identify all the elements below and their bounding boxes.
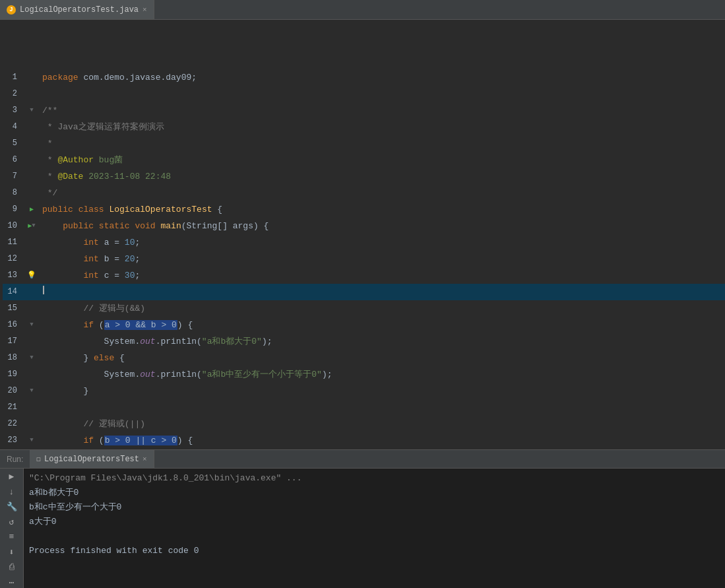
run-scroll-button[interactable]: ≡ <box>5 532 19 543</box>
tab-close-button[interactable]: × <box>142 6 147 14</box>
bulb-icon-13[interactable]: 💡 <box>27 267 36 284</box>
code-line: 23▼ if (b > 0 || c > 0) { <box>3 432 725 449</box>
run-tab-label: LogicalOperatorsTest <box>44 455 139 464</box>
output-line <box>29 529 720 544</box>
run-tab-bar: Run: ◻ LogicalOperatorsTest × <box>0 450 725 469</box>
code-line: 15 // 逻辑与(&&) <box>3 300 725 317</box>
code-line: 9▶public class LogicalOperatorsTest { <box>3 201 725 218</box>
code-line: 17 System.out.println("a和b都大于0"); <box>3 333 725 350</box>
output-line: "C:\Program Files\Java\jdk1.8.0_201\bin\… <box>29 471 720 486</box>
run-tab-close[interactable]: × <box>142 455 147 463</box>
code-line: 22 // 逻辑或(||) <box>3 416 725 432</box>
tab-title: LogicalOperatorsTest.java <box>20 5 139 15</box>
fold-icon-16: ▼ <box>30 317 33 333</box>
run-content: ▶ ↓ 🔧 ↺ ≡ ⬇ ⎙ ⋯ "C:\Program Files\Java\j… <box>0 469 725 588</box>
fold-icon-3: ▼ <box>30 102 33 119</box>
output-line: a和b都大于0 <box>29 486 720 500</box>
fold-icon-10: ▼ <box>32 218 35 234</box>
code-line: 7 * @Date 2023-11-08 22:48 <box>3 168 725 185</box>
code-line: 13💡 int c = 30; <box>3 267 725 284</box>
run-rerun-button[interactable]: ↺ <box>5 517 19 528</box>
code-line: 18▼ } else { <box>3 350 725 366</box>
code-line: 11 int a = 10; <box>3 234 725 251</box>
output-line: a大于0 <box>29 515 720 529</box>
run-output: "C:\Program Files\Java\jdk1.8.0_201\bin\… <box>24 469 725 588</box>
output-line: Process finished with exit code 0 <box>29 544 720 558</box>
code-line: 24 System.out.println("b和c中至少有一个大于0"); <box>3 449 725 449</box>
code-line: 8 */ <box>3 185 725 201</box>
run-stop-button[interactable]: ↓ <box>5 486 19 498</box>
run-down-button[interactable]: ⬇ <box>5 546 19 558</box>
code-line: 19 System.out.println("a和b中至少有一个小于等于0"); <box>3 366 725 383</box>
code-editor[interactable]: 1package com.demo.javase.day09;2 3▼/**4 … <box>0 20 725 449</box>
run-tab-icon: ◻ <box>36 455 41 463</box>
editor-tab[interactable]: J LogicalOperatorsTest.java × <box>0 0 154 19</box>
java-file-icon: J <box>7 5 16 15</box>
fold-icon-23: ▼ <box>30 432 33 449</box>
fold-icon-18: ▼ <box>30 350 33 366</box>
editor-area: 1package com.demo.javase.day09;2 3▼/**4 … <box>0 20 725 449</box>
run-play-button[interactable]: ▶ <box>5 471 19 482</box>
code-line: 3▼/** <box>3 102 725 119</box>
code-line: 1package com.demo.javase.day09; <box>3 69 725 86</box>
run-arrow-9[interactable]: ▶ <box>30 201 34 218</box>
code-line: 14 <box>3 284 725 300</box>
code-line: 5 * <box>3 135 725 152</box>
code-line: 6 * @Author bug菌 <box>3 152 725 168</box>
fold-icon-20: ▼ <box>30 383 33 399</box>
run-tab[interactable]: ◻ LogicalOperatorsTest × <box>30 450 154 468</box>
run-more-button[interactable]: ⋯ <box>5 577 19 588</box>
run-sidebar: ▶ ↓ 🔧 ↺ ≡ ⬇ ⎙ ⋯ <box>0 469 24 588</box>
code-line: 16▼ if (a > 0 && b > 0) { <box>3 317 725 333</box>
run-print-button[interactable]: ⎙ <box>5 562 19 573</box>
code-line: 12 int b = 20; <box>3 251 725 267</box>
code-line: 2 <box>3 86 725 102</box>
code-line: 21 <box>3 399 725 416</box>
code-line: 20▼ } <box>3 383 725 399</box>
code-line: 10▶▼ public static void main(String[] ar… <box>3 218 725 234</box>
output-line: b和c中至少有一个大于0 <box>29 500 720 515</box>
run-panel: Run: ◻ LogicalOperatorsTest × ▶ ↓ 🔧 ↺ ≡ … <box>0 449 725 588</box>
run-label: Run: <box>0 455 30 464</box>
tab-bar: J LogicalOperatorsTest.java × <box>0 0 725 20</box>
run-wrench-button[interactable]: 🔧 <box>5 502 19 513</box>
code-container: 1package com.demo.javase.day09;2 3▼/**4 … <box>0 20 725 449</box>
code-line: 4 * Java之逻辑运算符案例演示 <box>3 119 725 135</box>
